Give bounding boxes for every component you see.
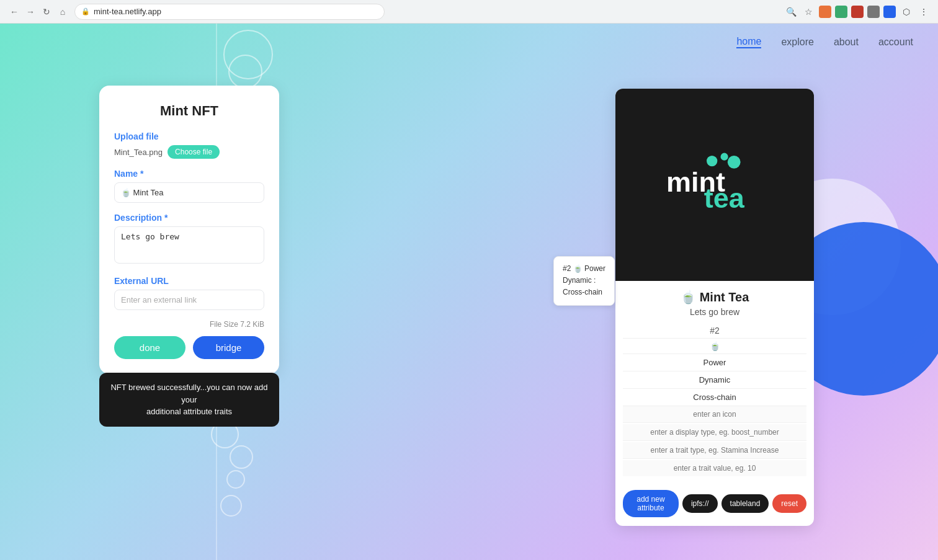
deco-circle-2: [228, 55, 262, 89]
deco-circle-7: [226, 470, 245, 489]
back-button[interactable]: ←: [7, 5, 21, 19]
tooltip-number: #2 🍵 Power: [563, 263, 605, 275]
attr-dynamic: Dynamic: [623, 371, 806, 389]
extensions-icon[interactable]: ⬡: [900, 5, 913, 19]
tableland-button[interactable]: tableland: [721, 494, 769, 513]
svg-point-0: [707, 156, 717, 166]
address-bar[interactable]: 🔒 mint-tea.netlify.app: [74, 4, 385, 20]
ext-icon-4: [867, 6, 880, 18]
upload-label: Upload file: [114, 131, 264, 141]
attr-number: #2: [623, 323, 806, 339]
nav-home[interactable]: home: [736, 36, 761, 48]
choose-file-button[interactable]: Choose file: [168, 145, 220, 159]
deco-circle-1: [223, 30, 273, 79]
deco-circle-8: [220, 495, 242, 517]
bridge-button[interactable]: bridge: [193, 336, 264, 359]
mint-card-title: Mint NFT: [114, 103, 264, 119]
nft-image: mint tea: [615, 89, 814, 281]
forward-button[interactable]: →: [24, 5, 37, 19]
done-button[interactable]: done: [114, 336, 185, 359]
search-icon[interactable]: 🔍: [784, 5, 798, 19]
nav-about[interactable]: about: [834, 37, 859, 48]
description-label: Description *: [114, 213, 264, 223]
nft-bottom-buttons: add new attribute ipfs:// tableland rese…: [615, 484, 814, 526]
ext-icon-2: [835, 6, 847, 18]
add-attribute-button[interactable]: add new attribute: [623, 490, 679, 517]
page: home explore about account Mint NFT Uplo…: [0, 24, 938, 560]
attr-trait-type-input[interactable]: [623, 442, 806, 459]
url-label: External URL: [114, 276, 264, 286]
deco-circle-6: [230, 445, 253, 469]
svg-point-2: [728, 156, 741, 169]
attr-crosschain: Cross-chain: [623, 389, 806, 406]
description-textarea[interactable]: Lets go brew: [114, 226, 264, 264]
reset-button[interactable]: reset: [772, 494, 806, 513]
ext-icon-3: [851, 6, 864, 18]
bookmark-icon[interactable]: ☆: [802, 5, 815, 19]
home-button[interactable]: ⌂: [56, 5, 69, 19]
attr-trait-value-input[interactable]: [623, 460, 806, 476]
ipfs-button[interactable]: ipfs://: [682, 494, 718, 513]
lock-icon: 🔒: [81, 7, 90, 16]
success-message: NFT brewed successfully...you can now ad…: [99, 373, 279, 427]
success-line1: NFT brewed successfully...you can now ad…: [110, 383, 267, 404]
file-size: File Size 7.2 KiB: [114, 320, 264, 329]
nft-name-row: 🍵 Mint Tea: [615, 281, 814, 307]
attr-icon: 🍵: [623, 339, 806, 354]
name-label: Name *: [114, 169, 264, 179]
svg-text:tea: tea: [704, 182, 745, 214]
attr-icon-input[interactable]: [623, 406, 806, 423]
card-buttons: done bridge: [114, 336, 264, 359]
mint-tea-logo: mint tea: [634, 151, 795, 218]
attribute-tooltip: #2 🍵 Power Dynamic : Cross-chain: [553, 256, 615, 306]
browser-extension-icons: 🔍 ☆ ⬡ ⋮: [784, 5, 931, 19]
mint-nft-card: Mint NFT Upload file Mint_Tea.png Choose…: [99, 86, 279, 374]
nft-attributes: #2 🍵 Power Dynamic Cross-chain: [615, 323, 814, 484]
nft-description: Lets go brew: [615, 307, 814, 323]
svg-point-1: [721, 153, 728, 161]
more-icon[interactable]: ⋮: [917, 5, 931, 19]
navigation: home explore about account: [712, 24, 938, 61]
nft-emoji: 🍵: [681, 290, 696, 304]
ext-icon-1: [819, 6, 831, 18]
url-text: mint-tea.netlify.app: [94, 7, 161, 16]
reload-button[interactable]: ↻: [40, 5, 53, 19]
mint-tea-svg: mint tea: [634, 151, 795, 216]
browser-chrome: ← → ↻ ⌂ 🔒 mint-tea.netlify.app 🔍 ☆ ⬡ ⋮: [0, 0, 938, 24]
name-input[interactable]: [114, 182, 264, 203]
file-upload-row: Mint_Tea.png Choose file: [114, 145, 264, 159]
nft-preview-card: #2 🍵 Power Dynamic : Cross-chain mint te…: [615, 89, 814, 526]
nav-explore[interactable]: explore: [781, 37, 813, 48]
success-line2: additional attribute traits: [146, 407, 232, 416]
file-name: Mint_Tea.png: [114, 148, 163, 157]
tooltip-sub1: Dynamic :: [563, 275, 605, 287]
tooltip-sub2: Cross-chain: [563, 287, 605, 298]
browser-nav-buttons[interactable]: ← → ↻ ⌂: [7, 5, 69, 19]
attr-display-input[interactable]: [623, 424, 806, 441]
url-input[interactable]: [114, 290, 264, 310]
ext-icon-5: [883, 6, 896, 18]
nft-name: Mint Tea: [700, 290, 749, 304]
attr-power: Power: [623, 354, 806, 371]
nav-account[interactable]: account: [878, 37, 913, 48]
